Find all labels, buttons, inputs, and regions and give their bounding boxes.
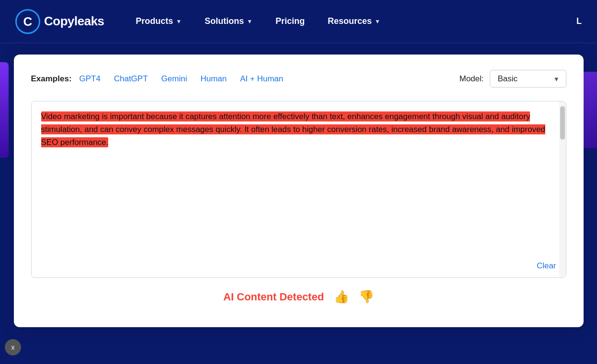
textarea-wrap[interactable]: Video marketing is important because it …: [31, 101, 566, 278]
scrollbar-area[interactable]: [559, 101, 566, 277]
close-icon: x: [11, 343, 15, 351]
example-gemini[interactable]: Gemini: [161, 74, 187, 84]
nav-items: Products ▼ Solutions ▼ Pricing Resources…: [127, 12, 576, 30]
model-row: Model: Basic Standard Advanced: [459, 70, 566, 88]
nav-label-pricing: Pricing: [275, 16, 304, 26]
chevron-down-icon: ▼: [176, 18, 182, 25]
model-label: Model:: [459, 74, 484, 84]
main-content: Examples: GPT4 ChatGPT Gemini Human AI +…: [0, 43, 597, 364]
logo-text: Copyleaks: [44, 14, 104, 29]
nav-label-resources: Resources: [327, 16, 372, 26]
nav-item-resources[interactable]: Resources ▼: [319, 12, 389, 30]
model-select-wrap: Basic Standard Advanced: [490, 70, 566, 88]
chevron-down-icon: ▼: [247, 18, 252, 25]
nav-item-products[interactable]: Products ▼: [127, 12, 191, 30]
result-row: AI Content Detected 👍 👎: [31, 289, 566, 314]
blob-left: [0, 62, 9, 158]
nav-item-pricing[interactable]: Pricing: [267, 12, 313, 30]
highlighted-text: Video marketing is important because it …: [41, 111, 545, 147]
nav-label-products: Products: [136, 16, 173, 26]
example-gpt4[interactable]: GPT4: [79, 74, 101, 84]
examples-group: Examples: GPT4 ChatGPT Gemini Human AI +…: [31, 74, 297, 84]
chevron-down-icon: ▼: [374, 18, 380, 25]
navbar: C Copyleaks Products ▼ Solutions ▼ Prici…: [0, 0, 597, 43]
thumbs-up-icon[interactable]: 👍: [334, 289, 349, 304]
examples-model-row: Examples: GPT4 ChatGPT Gemini Human AI +…: [31, 70, 566, 88]
main-card: Examples: GPT4 ChatGPT Gemini Human AI +…: [14, 55, 584, 327]
nav-login[interactable]: L: [576, 16, 582, 26]
examples-label: Examples:: [31, 74, 72, 84]
example-human[interactable]: Human: [201, 74, 227, 84]
ai-content-detected-label: AI Content Detected: [223, 291, 324, 303]
clear-button[interactable]: Clear: [537, 261, 556, 271]
example-chatgpt[interactable]: ChatGPT: [114, 74, 148, 84]
nav-label-solutions: Solutions: [204, 16, 244, 26]
nav-item-solutions[interactable]: Solutions ▼: [196, 12, 261, 30]
scrollbar-thumb[interactable]: [560, 106, 565, 140]
logo-icon: C: [23, 15, 33, 28]
text-content: Video marketing is important because it …: [41, 110, 556, 149]
model-select[interactable]: Basic Standard Advanced: [490, 70, 566, 88]
example-ai-human[interactable]: AI + Human: [240, 74, 283, 84]
thumbs-down-icon[interactable]: 👎: [359, 289, 374, 304]
close-button[interactable]: x: [5, 339, 21, 355]
logo[interactable]: C Copyleaks: [15, 9, 104, 34]
logo-circle: C: [15, 9, 40, 34]
